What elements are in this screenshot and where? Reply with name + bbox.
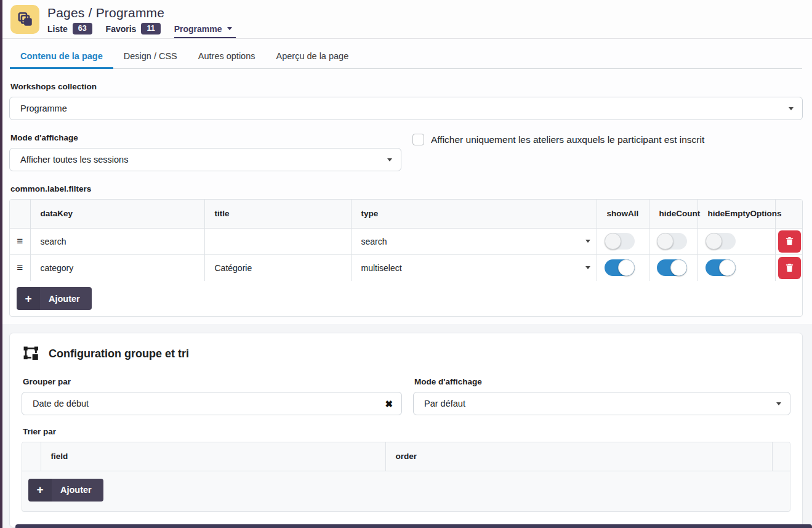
- drag-column-header: [10, 200, 30, 228]
- collapsed-sidebar-edge: [0, 0, 2, 528]
- sort-widget: field order + Ajouter: [22, 442, 790, 512]
- registered-only-label: Afficher uniquement les ateliers auxquel…: [431, 134, 704, 145]
- filters-table: dataKey title type showAll hideCount hid…: [10, 200, 803, 281]
- trash-icon: [785, 263, 794, 272]
- page-title: Pages / Programme: [47, 5, 249, 21]
- plus-icon: +: [28, 479, 52, 502]
- workshops-collection-label: Workshops collection: [10, 82, 803, 91]
- add-filter-label: Ajouter: [40, 287, 92, 310]
- liste-count-badge: 63: [73, 23, 92, 35]
- chevron-down-icon: [789, 107, 794, 110]
- group-sort-card: Configuration groupe et tri Grouper par …: [9, 333, 803, 527]
- nav-liste-label: Liste: [47, 24, 68, 34]
- group-by-value: Date de début: [33, 399, 89, 408]
- hideemptyoptions-toggle[interactable]: [705, 259, 736, 276]
- tab-contenu-de-la-page[interactable]: Contenu de la page: [10, 39, 113, 68]
- chevron-down-icon: [387, 158, 392, 161]
- filters-label: common.label.filters: [10, 184, 803, 193]
- table-row-search: ≡ search search: [10, 228, 803, 254]
- card-display-mode-label: Mode d'affichage: [414, 377, 790, 386]
- col-hideemptyoptions: hideEmptyOptions: [697, 200, 775, 228]
- nav-liste[interactable]: Liste 63: [47, 23, 92, 35]
- hideemptyoptions-toggle[interactable]: [705, 233, 736, 250]
- type-value: multiselect: [361, 263, 402, 273]
- sort-header-row: field order: [22, 442, 790, 471]
- tab-apercu-de-la-page[interactable]: Aperçu de la page: [266, 39, 360, 68]
- filters-header-row: dataKey title type showAll hideCount hid…: [10, 200, 803, 228]
- nav-programme[interactable]: Programme: [174, 24, 236, 38]
- chevron-down-icon: [585, 240, 590, 243]
- nav-programme-label: Programme: [174, 24, 222, 34]
- col-title: title: [204, 200, 351, 228]
- add-sort-label: Ajouter: [52, 479, 103, 502]
- plus-icon: +: [17, 287, 40, 310]
- col-order: order: [385, 442, 772, 471]
- nav-favoris[interactable]: Favoris 11: [106, 23, 161, 35]
- chevron-down-icon: [585, 266, 590, 269]
- stacked-pages-icon: [17, 11, 34, 28]
- datakey-cell[interactable]: search: [30, 228, 204, 254]
- delete-row-button[interactable]: [778, 257, 801, 279]
- clear-icon[interactable]: ✖: [385, 399, 393, 408]
- col-hidecount: hideCount: [649, 200, 697, 228]
- type-select[interactable]: search: [361, 237, 590, 246]
- workshops-collection-value: Programme: [20, 104, 67, 113]
- nav-favoris-label: Favoris: [106, 24, 137, 34]
- trash-icon: [785, 237, 794, 246]
- workshops-collection-select[interactable]: Programme: [9, 97, 803, 120]
- showall-toggle[interactable]: [605, 233, 635, 250]
- table-row-category: ≡ category Catégorie multiselect: [10, 254, 803, 281]
- registered-only-checkbox[interactable]: [412, 134, 424, 145]
- card-title: Configuration groupe et tri: [49, 347, 189, 360]
- vector-square-icon: [23, 346, 39, 362]
- next-section-edge: [15, 524, 812, 528]
- drag-column-header: [22, 442, 41, 471]
- add-filter-button[interactable]: + Ajouter: [17, 287, 92, 310]
- sort-by-label: Trier par: [23, 427, 790, 436]
- title-cell[interactable]: Catégorie: [204, 254, 351, 281]
- display-mode-label: Mode d'affichage: [10, 133, 401, 142]
- group-by-select[interactable]: Date de début ✖: [22, 392, 402, 415]
- display-mode-value: Afficher toutes les sessions: [20, 155, 128, 164]
- header-nav: Liste 63 Favoris 11 Programme: [47, 23, 249, 35]
- hidecount-toggle[interactable]: [657, 259, 687, 276]
- tab-autres-options[interactable]: Autres options: [188, 39, 266, 68]
- display-mode-select[interactable]: Afficher toutes les sessions: [9, 148, 401, 171]
- type-select[interactable]: multiselect: [361, 263, 590, 273]
- pages-logo[interactable]: [10, 5, 39, 34]
- app-header: Pages / Programme Liste 63 Favoris 11 Pr…: [0, 0, 812, 39]
- datakey-cell[interactable]: category: [30, 254, 204, 281]
- add-sort-button[interactable]: + Ajouter: [28, 479, 103, 502]
- showall-toggle[interactable]: [605, 259, 635, 276]
- tab-design-css[interactable]: Design / CSS: [113, 39, 188, 68]
- group-by-label: Grouper par: [23, 377, 402, 386]
- drag-handle-icon[interactable]: ≡: [17, 262, 23, 274]
- delete-row-button[interactable]: [778, 230, 801, 253]
- card-display-mode-select[interactable]: Par défaut: [413, 392, 790, 415]
- chevron-down-icon: [227, 27, 232, 30]
- page-content-section: Contenu de la page Design / CSS Autres o…: [0, 39, 812, 324]
- filters-widget: dataKey title type showAll hideCount hid…: [9, 199, 803, 317]
- sort-table: field order: [22, 442, 790, 471]
- card-display-mode-value: Par défaut: [424, 399, 465, 408]
- chevron-down-icon: [776, 402, 781, 405]
- drag-handle-icon[interactable]: ≡: [17, 235, 23, 247]
- col-showall: showAll: [597, 200, 649, 228]
- content-tabs: Contenu de la page Design / CSS Autres o…: [10, 39, 802, 69]
- col-type: type: [351, 200, 597, 228]
- col-field: field: [41, 442, 385, 471]
- actions-column-header: [772, 442, 790, 471]
- favoris-count-badge: 11: [141, 23, 160, 35]
- title-cell[interactable]: [204, 228, 351, 254]
- hidecount-toggle[interactable]: [657, 233, 687, 250]
- type-value: search: [361, 237, 387, 246]
- col-datakey: dataKey: [30, 200, 204, 228]
